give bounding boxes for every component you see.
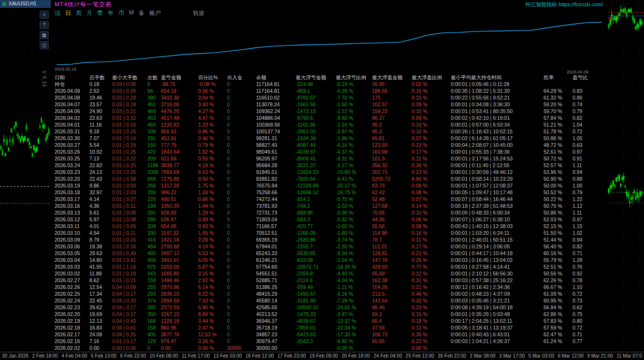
menu-item-M[interactable]: M <box>129 9 134 17</box>
indicator-link[interactable]: 外汇智能指标 https://fxznzb.com/ <box>525 1 603 8</box>
menu-item-月[interactable]: 月 <box>86 9 92 17</box>
table-cell: 0 <box>227 135 256 142</box>
table-cell: 374 <box>147 297 161 304</box>
table-cell: 55.56 <box>372 223 412 230</box>
table-cell: 0 <box>227 331 256 338</box>
table-cell: 2026.02.17 <box>55 331 89 338</box>
table-cell: 2026.03.03 <box>55 263 89 270</box>
table-cell: 0.74 <box>572 101 608 108</box>
table-cell: 1.00 <box>572 182 608 189</box>
table-cell: -8909.41 <box>296 155 336 162</box>
table-row: 2026.03.307.070.01 | 0.14291453.910.46 %… <box>55 135 608 142</box>
scroll-left-icon[interactable] <box>608 16 612 20</box>
table-cell: 291 <box>147 135 161 142</box>
table-cell: 160.98 <box>372 148 412 155</box>
table-row: 2026.03.1832.970.01 | 2.03289986.221.33 … <box>55 189 608 196</box>
table-cell: 777.79 <box>161 142 198 148</box>
table-cell: 64.29 % <box>544 87 572 94</box>
table-cell: 61.32 % <box>544 94 572 101</box>
table-cell: 0.78 <box>572 277 608 284</box>
table-row: 2026.03.319.180.01 | 0.25338856.430.86 %… <box>55 128 608 135</box>
table-cell: 380 <box>147 94 161 101</box>
table-cell: 57.84 % <box>544 115 572 121</box>
table-cell: -2951.02 <box>296 128 336 135</box>
table-cell: 289 <box>147 189 161 196</box>
table-cell: 296 <box>147 216 161 223</box>
table-row: 2026.03.0414.800.01 | 0.414663491.616.05… <box>55 257 608 263</box>
table-cell: 0.00 <box>161 345 198 351</box>
table-cell: 0.07 % <box>412 196 451 202</box>
help-icon[interactable]: ? <box>40 21 49 29</box>
table-cell: 0.04 | 0.17 <box>112 304 147 311</box>
table-cell: 1.04 <box>572 121 608 128</box>
table-cell: 0.01 | 0.17 <box>112 338 147 345</box>
menu-item-日[interactable]: 日 <box>65 9 71 17</box>
table-cell: 22.82 <box>89 162 112 169</box>
table-cell: 0:00:01 | 0:30:59 | 49:46:12 <box>451 169 544 175</box>
menu-item-综[interactable]: 综 <box>55 9 60 17</box>
table-cell: 0.18 % <box>412 317 451 324</box>
table-cell: 0 <box>227 243 256 250</box>
menu-item-年[interactable]: 年 <box>108 9 114 17</box>
table-cell: 0.86 % <box>198 128 227 135</box>
table-cell: -10572.71 <box>296 263 336 270</box>
table-cell: 50.75 % <box>544 202 572 209</box>
table-cell: 50.86 % <box>544 209 572 216</box>
table-cell: -1.50 % <box>336 101 372 108</box>
table-cell: 3267.15 <box>161 311 198 317</box>
table-cell: 0.09 % <box>412 115 451 121</box>
menu-item-备[interactable]: 备 <box>139 9 144 17</box>
table-cell: 2026.02.19 <box>55 317 89 324</box>
table-cell: -10500.31 <box>296 304 336 311</box>
table-cell: 0.01 | 0.08 <box>112 209 147 216</box>
table-cell: 7.07 <box>89 135 112 142</box>
table-cell: 95684.28 <box>256 162 296 169</box>
table-row: 2026.02.2612.540.04 | 0.092552970.966.14… <box>55 284 608 290</box>
table-cell: -4.04 % <box>336 277 372 284</box>
menu-item-季[interactable]: 季 <box>97 9 103 17</box>
table-cell: 8.62 <box>89 277 112 284</box>
table-cell: 0.01 | 0.16 <box>112 243 147 250</box>
table-cell: 0 <box>227 257 256 263</box>
menu-item-币[interactable]: 币 <box>118 9 124 17</box>
windows-icon[interactable]: ◫ <box>40 41 49 49</box>
table-cell: 4476.20 <box>161 108 198 115</box>
table-cell: 856.43 <box>161 128 198 135</box>
left-toolbar: +?▦◫ <box>40 11 49 49</box>
table-cell: 0.00 % <box>412 345 451 351</box>
table-cell: 1.75 % <box>198 182 227 189</box>
table-cell: 0.00 | 0.00 <box>112 345 147 351</box>
table-cell: 51.44 % <box>544 236 572 243</box>
table-cell: 32.97 <box>89 189 112 196</box>
chart-tab[interactable]: XAUUSD,H1 <box>0 0 51 8</box>
table-cell: 6.53 % <box>198 250 227 257</box>
table-cell: 266 <box>147 182 161 189</box>
stats-table-head-row: 日期总手数最小大手数次数盈亏金额百分比%出入金余额最大浮亏金额最大浮亏比例最大浮… <box>55 74 608 81</box>
table-row: 2026.03.0529.630.03 | 0.494923997.126.53… <box>55 250 608 257</box>
column-header: 盈亏金额 <box>161 74 198 81</box>
table-cell: 2026.02.16 <box>55 338 89 345</box>
table-cell: -0.75 % <box>336 196 372 202</box>
table-cell: 2026.03.25 <box>55 155 89 162</box>
table-cell: -554.1 <box>296 196 336 202</box>
menu-item-轨迹[interactable]: 轨迹 <box>193 9 204 17</box>
time-axis-label: 26 Feb 22:00 <box>438 353 466 360</box>
table-cell: 490.51 <box>161 196 198 202</box>
table-row: 2026.03.125.970.01 | 0.08296636.470.89 %… <box>55 216 608 223</box>
table-row: 2026.02.2517.340.04 | 0.172932835.156.22… <box>55 290 608 297</box>
menu-item-账户[interactable]: 账户 <box>149 9 161 17</box>
time-axis-label: 24 Feb 04:00 <box>373 353 402 360</box>
menu-item-周[interactable]: 周 <box>76 9 82 17</box>
table-cell: 29.63 <box>89 250 112 257</box>
crosshair-icon[interactable]: + <box>40 11 49 19</box>
table-cell: -3.74 % <box>336 236 372 243</box>
table-cell: 0.03 | 0.05 <box>112 87 147 94</box>
table-cell: 291 <box>147 209 161 216</box>
table-cell: 113078.24 <box>256 101 296 108</box>
table-cell: 1.65 % <box>198 230 227 236</box>
table-cell: 51.78 % <box>544 128 572 135</box>
table-cell: -4.40 % <box>336 270 372 277</box>
grid-icon[interactable]: ▦ <box>40 31 49 39</box>
table-cell: -1661.55 <box>296 101 336 108</box>
time-axis-label: 4 Feb 04:00 <box>61 353 87 360</box>
